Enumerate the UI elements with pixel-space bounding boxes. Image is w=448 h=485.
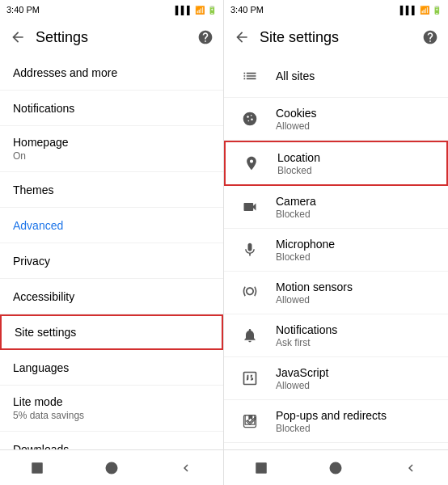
- svg-point-5: [251, 119, 253, 121]
- site-item-popups-title: Pop-ups and redirects: [276, 409, 387, 422]
- battery-icon: 🔋: [207, 6, 217, 15]
- right-wifi-icon: 📶: [420, 6, 429, 15]
- left-panel: 3:40 PM ▌▌▌ 📶 🔋 Settings Addresses and m…: [0, 0, 224, 485]
- settings-item-privacy[interactable]: Privacy: [0, 243, 223, 279]
- svg-rect-7: [244, 373, 256, 385]
- settings-item-lite-mode-subtitle: 5% data savings: [13, 410, 210, 421]
- settings-item-notifications[interactable]: Notifications: [0, 91, 223, 126]
- right-help-button[interactable]: [419, 26, 442, 48]
- right-nav-bar: [224, 449, 448, 485]
- site-item-cookies[interactable]: Cookies Allowed: [224, 98, 448, 141]
- right-panel: 3:40 PM ▌▌▌ 📶 🔋 Site settings All sites: [224, 0, 448, 485]
- popup-icon: [237, 408, 263, 434]
- right-status-bar: 3:40 PM ▌▌▌ 📶 🔋: [224, 0, 448, 19]
- right-status-icons: ▌▌▌ 📶 🔋: [400, 6, 442, 15]
- svg-rect-0: [32, 462, 43, 474]
- site-item-motion-sensors-title: Motion sensors: [276, 280, 353, 293]
- site-item-motion-sensors[interactable]: Motion sensors Allowed: [224, 272, 448, 314]
- site-item-ads[interactable]: Ads Blocked on some sites: [224, 443, 448, 449]
- site-item-javascript-subtitle: Allowed: [276, 380, 328, 391]
- cookie-icon: [237, 106, 263, 132]
- left-status-icons: ▌▌▌ 📶 🔋: [175, 6, 217, 15]
- site-item-microphone[interactable]: Microphone Blocked: [224, 229, 448, 272]
- settings-item-accessibility[interactable]: Accessibility: [0, 279, 223, 314]
- site-item-camera[interactable]: Camera Blocked: [224, 186, 448, 229]
- right-time: 3:40 PM: [230, 5, 264, 15]
- right-nav-circle[interactable]: [321, 453, 350, 483]
- site-item-microphone-title: Microphone: [276, 238, 335, 251]
- site-item-popups[interactable]: Pop-ups and redirects Blocked: [224, 400, 448, 443]
- left-status-bar: 3:40 PM ▌▌▌ 📶 🔋: [0, 0, 223, 19]
- settings-item-downloads-title: Downloads: [13, 443, 210, 450]
- settings-item-addresses-title: Addresses and more: [13, 66, 210, 79]
- site-item-javascript-title: JavaScript: [276, 366, 328, 379]
- settings-item-lite-mode[interactable]: Lite mode 5% data savings: [0, 386, 223, 432]
- site-item-cookies-title: Cookies: [276, 107, 317, 120]
- left-nav-circle[interactable]: [97, 453, 126, 483]
- left-toolbar: Settings: [0, 19, 223, 55]
- settings-item-themes-title: Themes: [13, 183, 210, 196]
- site-item-notifications-subtitle: Ask first: [276, 337, 337, 348]
- settings-item-homepage-title: Homepage: [13, 136, 210, 149]
- site-item-javascript[interactable]: JavaScript Allowed: [224, 357, 448, 400]
- site-item-all-sites-title: All sites: [276, 70, 315, 82]
- site-item-location-title: Location: [277, 151, 320, 164]
- right-nav-back[interactable]: [396, 453, 425, 483]
- left-nav-back[interactable]: [171, 453, 201, 483]
- svg-point-4: [251, 115, 252, 116]
- site-item-notifications-title: Notifications: [276, 323, 337, 336]
- settings-item-accessibility-title: Accessibility: [13, 290, 210, 303]
- site-item-motion-sensors-subtitle: Allowed: [276, 294, 353, 306]
- site-item-popups-subtitle: Blocked: [276, 423, 387, 434]
- svg-point-6: [248, 120, 250, 122]
- settings-item-lite-mode-title: Lite mode: [13, 395, 210, 408]
- right-toolbar-title: Site settings: [260, 29, 412, 46]
- settings-item-languages[interactable]: Languages: [0, 350, 223, 386]
- list-icon: [237, 63, 263, 89]
- camera-icon: [237, 194, 263, 220]
- javascript-icon: [237, 365, 263, 391]
- settings-item-homepage-subtitle: On: [13, 150, 210, 162]
- settings-item-homepage[interactable]: Homepage On: [0, 126, 223, 172]
- svg-point-3: [247, 116, 249, 118]
- left-toolbar-title: Settings: [36, 29, 188, 46]
- site-item-camera-subtitle: Blocked: [276, 209, 316, 220]
- site-item-notifications[interactable]: Notifications Ask first: [224, 314, 448, 357]
- settings-item-advanced[interactable]: Advanced: [0, 208, 223, 243]
- left-back-button[interactable]: [6, 26, 29, 48]
- svg-point-1: [106, 462, 117, 474]
- site-item-location-subtitle: Blocked: [277, 165, 320, 176]
- right-battery-icon: 🔋: [432, 6, 442, 15]
- left-nav-bar: [0, 449, 223, 485]
- settings-item-downloads[interactable]: Downloads: [0, 432, 223, 449]
- left-time: 3:40 PM: [6, 5, 40, 15]
- right-back-button[interactable]: [230, 26, 253, 48]
- left-settings-list: Addresses and more Notifications Homepag…: [0, 55, 223, 449]
- bell-icon: [237, 323, 263, 348]
- right-signal-icon: ▌▌▌: [400, 6, 417, 15]
- settings-item-advanced-title: Advanced: [13, 219, 210, 232]
- site-item-location[interactable]: Location Blocked: [224, 141, 448, 186]
- svg-rect-9: [256, 462, 267, 474]
- settings-item-addresses[interactable]: Addresses and more: [0, 55, 223, 91]
- settings-item-themes[interactable]: Themes: [0, 172, 223, 208]
- left-help-button[interactable]: [194, 26, 217, 48]
- signal-icon: ▌▌▌: [175, 6, 192, 15]
- settings-item-site-settings[interactable]: Site settings: [0, 314, 223, 350]
- location-icon: [239, 150, 264, 176]
- svg-point-10: [331, 462, 342, 474]
- right-nav-square[interactable]: [247, 453, 276, 483]
- microphone-icon: [237, 237, 263, 263]
- site-item-cookies-subtitle: Allowed: [276, 120, 317, 132]
- site-item-all-sites[interactable]: All sites: [224, 55, 448, 98]
- settings-item-privacy-title: Privacy: [13, 255, 210, 268]
- motion-sensors-icon: [237, 280, 263, 306]
- right-toolbar: Site settings: [224, 19, 448, 55]
- settings-item-notifications-title: Notifications: [13, 102, 210, 115]
- svg-point-2: [243, 112, 257, 126]
- right-settings-list: All sites Cookies Allowed Location Block…: [224, 55, 448, 449]
- settings-item-languages-title: Languages: [13, 361, 210, 374]
- settings-item-site-settings-title: Site settings: [15, 326, 209, 339]
- site-item-microphone-subtitle: Blocked: [276, 251, 335, 263]
- left-nav-square[interactable]: [23, 453, 52, 483]
